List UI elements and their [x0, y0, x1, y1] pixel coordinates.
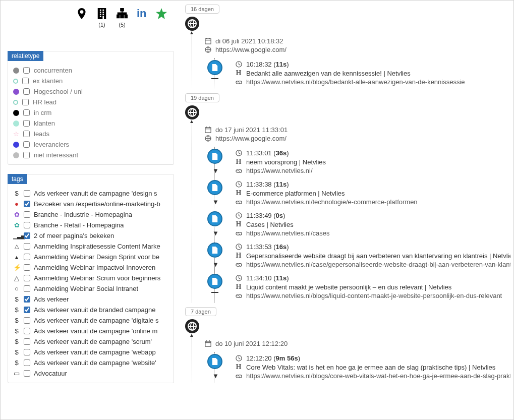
document-icon[interactable]	[207, 243, 222, 258]
building-count: (1)	[96, 22, 107, 28]
calendar-icon	[204, 127, 211, 133]
clock-icon	[235, 212, 242, 219]
link-icon	[235, 199, 242, 205]
visit-url[interactable]: https://www.netvlies.nl/case/gepersonali…	[246, 261, 510, 268]
source-date: di 06 juli 2021 10:18:32	[215, 37, 283, 45]
heading-icon: H	[235, 69, 242, 77]
clock-icon	[235, 61, 242, 68]
tag-checkbox[interactable]	[24, 370, 30, 377]
tag-checkbox[interactable]	[24, 285, 30, 292]
visit-url[interactable]: https://www.netvlies.nl/cases	[246, 229, 329, 237]
heading-icon: H	[235, 252, 242, 260]
type-dot-icon	[13, 89, 19, 95]
tag-checkbox[interactable]	[24, 317, 30, 324]
tag-item[interactable]: $Ads verkeer	[13, 294, 168, 305]
relatietype-item[interactable]: klanten	[13, 118, 168, 129]
marker-icon[interactable]	[76, 8, 87, 21]
tag-item[interactable]: △Aanmelding Inspiratiesessie Content Mar…	[13, 241, 168, 252]
tag-item[interactable]: ✿Branche - Retail - Homepagina	[13, 220, 168, 230]
relatietype-item[interactable]: Hogeschool / uni	[13, 86, 168, 97]
tag-checkbox[interactable]	[24, 211, 30, 218]
source-url[interactable]: https://www.google.com/	[215, 46, 287, 53]
tag-checkbox[interactable]	[24, 201, 30, 207]
tag-checkbox[interactable]	[24, 232, 30, 239]
linkedin-icon[interactable]: in	[137, 8, 147, 19]
tag-item[interactable]: ○Aanmelding Webinar Social Intranet	[13, 283, 168, 294]
tag-checkbox[interactable]	[24, 190, 30, 197]
dollar-icon: $	[13, 317, 20, 324]
relatietype-checkbox[interactable]	[23, 131, 30, 137]
document-icon[interactable]	[207, 180, 222, 195]
relatietype-checkbox[interactable]	[23, 109, 30, 116]
tag-item[interactable]: $Ads verkeer vanuit de campagne 'webapp	[13, 347, 168, 357]
tag-checkbox[interactable]	[24, 307, 30, 313]
relatietype-item[interactable]: ☆leads	[13, 129, 168, 139]
tag-item[interactable]: ▁▃▅2 of meer pagina's bekeken	[13, 230, 168, 241]
building-icon[interactable]: (1)	[96, 8, 107, 28]
relatietype-item[interactable]: in crm	[13, 107, 168, 118]
cogs-teal-icon: ✿	[13, 221, 20, 229]
tag-checkbox[interactable]	[24, 328, 30, 334]
tag-checkbox[interactable]	[24, 359, 30, 366]
document-icon[interactable]	[207, 60, 222, 75]
tag-checkbox[interactable]	[24, 338, 30, 345]
visit-url[interactable]: https://www.netvlies.nl/technologie/e-co…	[246, 198, 418, 206]
tag-item[interactable]: ⚡Aanmelding Webinar Impactvol Innoveren	[13, 262, 168, 273]
tag-item[interactable]: △Aanmelding Webinar Scrum voor beginners	[13, 273, 168, 283]
tag-item[interactable]: $Ads verkeer vanuit de campagne 'design …	[13, 188, 168, 199]
arrow-up-icon: ▲	[189, 118, 194, 124]
relatietype-checkbox[interactable]	[23, 67, 30, 74]
visit-url[interactable]: https://www.netvlies.nl/blogs/bedankt-al…	[246, 78, 465, 86]
source-url[interactable]: https://www.google.com/	[215, 135, 287, 142]
visit-title: Gepersonaliseerde website draagt bij aan…	[246, 252, 510, 260]
tag-checkbox[interactable]	[24, 296, 30, 303]
tag-checkbox[interactable]	[24, 222, 30, 228]
visit-url[interactable]: https://www.netvlies.nl/	[246, 167, 313, 174]
clock-icon	[235, 150, 242, 156]
relatietype-item[interactable]: concurrenten	[13, 65, 168, 76]
tags-panel: tags $Ads verkeer vanuit de campagne 'de…	[8, 174, 174, 383]
relatietype-item[interactable]: ex klanten	[13, 76, 168, 86]
tag-label: Branche - Retail - Homepagina	[34, 221, 124, 229]
relatietype-item[interactable]: niet interessant	[13, 150, 168, 160]
visit-time: 11:33:38 (11s)	[246, 181, 289, 188]
tag-item[interactable]: ▲Aanmelding Webinar Design Sprint voor b…	[13, 252, 168, 262]
timeline-segment: 7 dagen▲do 10 juni 2021 12:12:20▼12:12:2…	[176, 307, 510, 383]
relatietype-panel: relatietype concurrentenex klantenHogesc…	[8, 51, 174, 165]
sitemap-icon[interactable]: (5)	[117, 8, 128, 28]
arrow-down-icon: ▼	[212, 261, 219, 268]
top-icon-bar: (1) (5) in	[76, 8, 167, 28]
document-icon[interactable]	[207, 149, 222, 164]
tag-item[interactable]: $Ads verkeer vanuit de campagne 'digital…	[13, 315, 168, 326]
relatietype-checkbox[interactable]	[23, 88, 30, 95]
tag-item[interactable]: ▭Advocatuur	[13, 368, 168, 379]
relatietype-item[interactable]: HR lead	[13, 97, 168, 107]
relatietype-checkbox[interactable]	[23, 141, 30, 148]
tag-checkbox[interactable]	[24, 254, 30, 260]
star-icon[interactable]	[156, 8, 167, 21]
visit-url[interactable]: https://www.netvlies.nl/blogs/liquid-con…	[246, 292, 502, 299]
dollar-icon: $	[13, 327, 20, 335]
relatietype-checkbox[interactable]	[22, 78, 29, 84]
document-icon[interactable]	[207, 274, 222, 289]
document-icon[interactable]	[207, 354, 222, 369]
relatietype-checkbox[interactable]	[23, 120, 30, 127]
tag-item[interactable]: ✿Branche - Industrie - Homepagina	[13, 209, 168, 220]
document-icon[interactable]	[207, 211, 222, 226]
tag-checkbox[interactable]	[24, 264, 30, 271]
relatietype-header: relatietype	[8, 51, 43, 61]
tag-checkbox[interactable]	[24, 349, 30, 355]
tag-item[interactable]: $Ads verkeer vanuit de campagne 'online …	[13, 326, 168, 336]
tag-item[interactable]: $Ads verkeer vanuit de branded campagne	[13, 305, 168, 315]
clock-icon	[235, 181, 242, 188]
relatietype-item[interactable]: leveranciers	[13, 139, 168, 150]
relatietype-checkbox[interactable]	[23, 152, 30, 158]
tag-checkbox[interactable]	[24, 275, 30, 281]
tag-item[interactable]: $Ads verkeer vanuit de campagne 'scrum'	[13, 336, 168, 347]
tag-checkbox[interactable]	[24, 243, 30, 250]
relatietype-checkbox[interactable]	[22, 99, 29, 105]
visit-url[interactable]: https://www.netvlies.nl/blogs/core-web-v…	[246, 372, 510, 380]
tag-item[interactable]: ●Bezoeker van /expertise/online-marketin…	[13, 199, 168, 209]
visit-item: ▼12:12:20 (9m 56s)HCore Web Vitals: wat …	[215, 352, 510, 383]
tag-item[interactable]: $Ads verkeer vanuit de campagne 'website…	[13, 357, 168, 368]
